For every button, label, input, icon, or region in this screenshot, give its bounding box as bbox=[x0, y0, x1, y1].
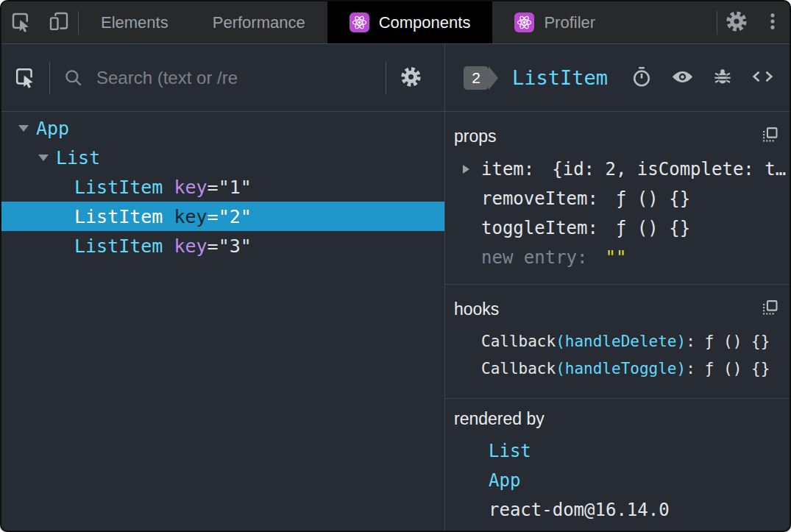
toolbar-divider bbox=[49, 62, 50, 94]
owner-link-list[interactable]: List bbox=[489, 441, 531, 461]
badge-count: 2 bbox=[472, 69, 480, 87]
device-toolbar-icon bbox=[48, 10, 70, 35]
key-attribute-name: key bbox=[174, 235, 207, 257]
rendered-by-row: App bbox=[454, 466, 779, 495]
more-vertical-icon bbox=[762, 11, 783, 34]
collapse-arrow-icon[interactable] bbox=[18, 125, 29, 132]
react-logo-icon bbox=[350, 13, 369, 32]
key-attribute-value: ="3" bbox=[207, 235, 252, 257]
tree-row-listitem-1[interactable]: ListItemkey="1" bbox=[1, 172, 444, 202]
key-attribute-value: ="2" bbox=[207, 206, 252, 227]
key-attribute-name: key bbox=[174, 177, 207, 198]
gear-icon bbox=[400, 79, 422, 91]
component-name: ListItem bbox=[74, 235, 163, 257]
prop-value[interactable]: ƒ () {} bbox=[616, 218, 690, 238]
search-input[interactable] bbox=[96, 68, 372, 88]
collapse-arrow-icon[interactable] bbox=[38, 155, 49, 161]
log-component-button[interactable] bbox=[712, 66, 733, 89]
prop-value[interactable]: ƒ () {} bbox=[616, 188, 690, 209]
tree-row-app[interactable]: App bbox=[1, 113, 444, 143]
tab-label: Profiler bbox=[544, 13, 595, 32]
prop-row-new-entry[interactable]: new entry: "" bbox=[454, 243, 779, 272]
tab-label: Components bbox=[379, 13, 471, 32]
tab-profiler[interactable]: Profiler bbox=[492, 1, 617, 43]
component-tree: App List ListItemkey="1" ListItemkey="2"… bbox=[1, 112, 444, 531]
hook-type: Callback bbox=[481, 360, 556, 377]
tree-toolbar bbox=[1, 44, 444, 112]
tab-elements[interactable]: Elements bbox=[79, 1, 191, 43]
more-options-button[interactable] bbox=[756, 1, 790, 43]
inspect-cursor-icon bbox=[13, 79, 36, 91]
component-name: ListItem bbox=[74, 206, 163, 227]
prop-value[interactable]: {id: 2, isComplete: t… bbox=[552, 159, 786, 180]
device-toolbar-button[interactable] bbox=[40, 1, 78, 43]
devtools-tabbar: Elements Performance Components Profiler bbox=[1, 1, 790, 44]
hook-row-handletoggle: Callback(handleToggle): ƒ () {} bbox=[454, 355, 779, 382]
tab-label: Elements bbox=[101, 13, 169, 32]
hook-row-handledelete: Callback(handleDelete): ƒ () {} bbox=[454, 327, 779, 355]
code-icon bbox=[751, 65, 775, 90]
rendered-by-row: react-dom@16.14.0 bbox=[454, 495, 779, 525]
details-pane: 2 ListItem bbox=[445, 44, 790, 531]
inspect-cursor-icon bbox=[10, 10, 32, 35]
new-entry-value[interactable]: "" bbox=[606, 247, 627, 268]
tabbar-spacer bbox=[617, 1, 717, 43]
prop-row-item: item: {id: 2, isComplete: t… bbox=[454, 155, 779, 184]
select-component-button[interactable] bbox=[13, 65, 36, 91]
selected-component-header: 2 ListItem bbox=[445, 44, 790, 112]
tab-label: Performance bbox=[213, 13, 305, 32]
react-logo-icon bbox=[514, 13, 534, 32]
copy-props-button[interactable] bbox=[761, 126, 779, 146]
section-title: hooks bbox=[454, 299, 499, 319]
toolbar-divider bbox=[386, 62, 386, 94]
copy-icon bbox=[761, 126, 779, 146]
tree-row-listitem-3[interactable]: ListItemkey="3" bbox=[1, 231, 444, 260]
owners-count-badge[interactable]: 2 bbox=[464, 66, 489, 90]
hook-name: (handleDelete) bbox=[556, 333, 686, 350]
prop-row-removeitem: removeItem: ƒ () {} bbox=[454, 184, 779, 213]
hooks-section: hooks Callback(handleDelete): ƒ () {} Ca… bbox=[445, 285, 790, 399]
hook-value: ƒ () {} bbox=[705, 333, 770, 350]
eye-icon bbox=[670, 65, 695, 91]
owner-link-app[interactable]: App bbox=[489, 470, 520, 491]
key-attribute-value: ="1" bbox=[207, 177, 252, 198]
bug-icon bbox=[712, 66, 733, 89]
component-name: App bbox=[36, 118, 69, 139]
tree-pane: App List ListItemkey="1" ListItemkey="2"… bbox=[1, 44, 444, 531]
devtools-window: Elements Performance Components Profiler bbox=[0, 0, 791, 532]
suspend-component-button[interactable] bbox=[631, 65, 653, 90]
prop-name: toggleItem: bbox=[481, 218, 598, 238]
tab-components[interactable]: Components bbox=[327, 1, 493, 43]
inspect-dom-button[interactable] bbox=[670, 65, 695, 91]
view-source-button[interactable] bbox=[751, 65, 775, 90]
tab-performance[interactable]: Performance bbox=[191, 1, 327, 43]
search-icon bbox=[63, 68, 83, 88]
renderer-version: react-dom@16.14.0 bbox=[489, 500, 670, 520]
inspect-element-button[interactable] bbox=[1, 1, 40, 43]
key-attribute-name: key bbox=[174, 206, 207, 227]
components-panel: App List ListItemkey="1" ListItemkey="2"… bbox=[1, 44, 790, 531]
hook-name: (handleToggle) bbox=[556, 360, 686, 377]
prop-row-toggleitem: toggleItem: ƒ () {} bbox=[454, 213, 779, 243]
component-name: ListItem bbox=[74, 177, 163, 198]
component-name: List bbox=[56, 147, 100, 169]
prop-name: removeItem: bbox=[481, 188, 598, 209]
selected-component-title: ListItem bbox=[512, 66, 608, 89]
rendered-by-section: rendered by List App react-dom@16.14.0 bbox=[445, 399, 790, 531]
hook-value: ƒ () {} bbox=[705, 360, 770, 377]
section-title: rendered by bbox=[454, 409, 545, 429]
tree-row-listitem-2-selected[interactable]: ListItemkey="2" bbox=[1, 202, 444, 231]
view-settings-button[interactable] bbox=[400, 65, 422, 91]
section-title: props bbox=[454, 127, 497, 146]
hook-separator: : bbox=[686, 333, 695, 350]
prop-name: item: bbox=[481, 159, 534, 180]
settings-button[interactable] bbox=[717, 1, 756, 43]
new-entry-name[interactable]: new entry: bbox=[481, 247, 588, 268]
copy-icon bbox=[761, 299, 779, 319]
copy-hooks-button[interactable] bbox=[761, 299, 779, 319]
gear-icon bbox=[725, 10, 748, 35]
tree-row-list[interactable]: List bbox=[1, 143, 444, 172]
timer-icon bbox=[631, 65, 653, 90]
expand-arrow-icon[interactable] bbox=[463, 165, 469, 174]
props-section: props item: {id: 2, isComplete: t… re bbox=[445, 112, 790, 285]
